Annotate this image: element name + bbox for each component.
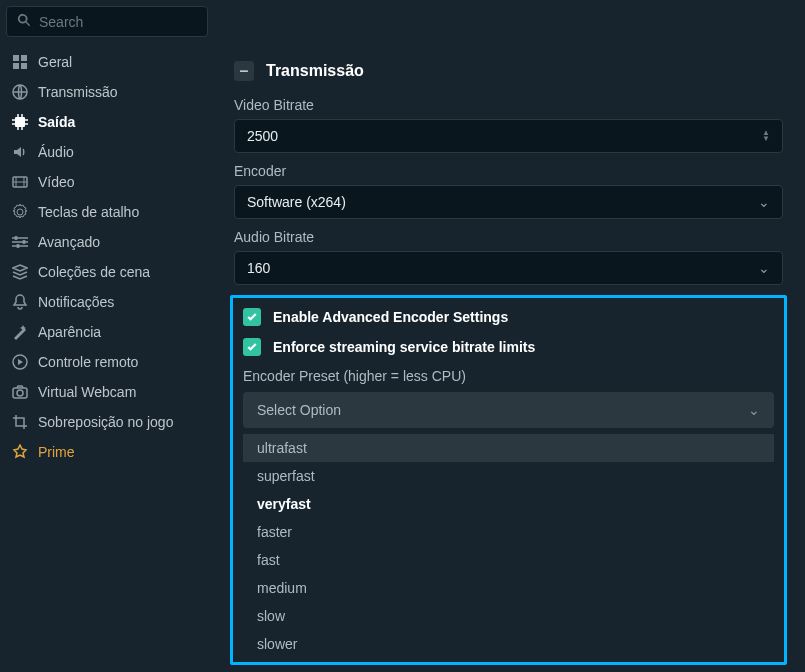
sidebar-item-label: Áudio — [38, 143, 74, 161]
chip-icon — [12, 114, 28, 130]
sidebar-item-audio[interactable]: Áudio — [0, 137, 224, 167]
svg-rect-2 — [13, 63, 19, 69]
sidebar-item-prime[interactable]: Prime — [0, 437, 224, 467]
sidebar-item-advanced[interactable]: Avançado — [0, 227, 224, 257]
star-icon — [12, 444, 28, 460]
spinner-arrows-icon[interactable]: ▲▼ — [762, 130, 770, 142]
svg-rect-0 — [13, 55, 19, 61]
svg-point-8 — [22, 240, 26, 244]
sidebar-item-label: Avançado — [38, 233, 100, 251]
crop-icon — [12, 414, 28, 430]
encoder-preset-options: ultrafast superfast veryfast faster fast… — [243, 434, 774, 658]
sidebar-item-virtual-webcam[interactable]: Virtual Webcam — [0, 377, 224, 407]
audio-bitrate-value: 160 — [247, 260, 270, 276]
option-superfast[interactable]: superfast — [243, 462, 774, 490]
sidebar-item-label: Geral — [38, 53, 72, 71]
sidebar-item-label: Virtual Webcam — [38, 383, 136, 401]
enforce-limits-label: Enforce streaming service bitrate limits — [273, 339, 535, 355]
video-bitrate-value: 2500 — [247, 128, 278, 144]
option-faster[interactable]: faster — [243, 518, 774, 546]
collapse-button[interactable]: – — [234, 61, 254, 81]
bell-icon — [12, 294, 28, 310]
sidebar-item-label: Prime — [38, 443, 75, 461]
chevron-down-icon: ⌄ — [758, 194, 770, 210]
volume-icon — [12, 144, 28, 160]
sidebar-item-label: Notificações — [38, 293, 114, 311]
sidebar-item-notifications[interactable]: Notificações — [0, 287, 224, 317]
encoder-preset-select[interactable]: Select Option ⌄ — [243, 392, 774, 428]
wand-icon — [12, 324, 28, 340]
sidebar-item-label: Saída — [38, 113, 75, 131]
option-medium[interactable]: medium — [243, 574, 774, 602]
advanced-settings-box: Enable Advanced Encoder Settings Enforce… — [230, 295, 787, 665]
enforce-limits-checkbox[interactable] — [243, 338, 261, 356]
audio-bitrate-select[interactable]: 160 ⌄ — [234, 251, 783, 285]
sidebar-item-appearance[interactable]: Aparência — [0, 317, 224, 347]
search-icon — [17, 13, 39, 30]
chevron-down-icon: ⌄ — [748, 402, 760, 418]
svg-point-7 — [14, 236, 18, 240]
sidebar-item-label: Controle remoto — [38, 353, 138, 371]
film-icon — [12, 174, 28, 190]
camera-icon — [12, 384, 28, 400]
sidebar-item-scene-collections[interactable]: Coleções de cena — [0, 257, 224, 287]
option-slower[interactable]: slower — [243, 630, 774, 658]
sidebar-item-general[interactable]: Geral — [0, 47, 224, 77]
sidebar-item-label: Transmissão — [38, 83, 118, 101]
layers-icon — [12, 264, 28, 280]
option-veryfast[interactable]: veryfast — [243, 490, 774, 518]
sidebar-item-overlay[interactable]: Sobreposição no jogo — [0, 407, 224, 437]
encoder-value: Software (x264) — [247, 194, 346, 210]
search-box[interactable] — [6, 6, 208, 37]
option-ultrafast[interactable]: ultrafast — [243, 434, 774, 462]
sidebar-item-remote[interactable]: Controle remoto — [0, 347, 224, 377]
sidebar-item-output[interactable]: Saída — [0, 107, 224, 137]
enable-advanced-checkbox[interactable] — [243, 308, 261, 326]
search-input[interactable] — [39, 14, 197, 30]
option-slow[interactable]: slow — [243, 602, 774, 630]
grid-icon — [12, 54, 28, 70]
sidebar-item-transmission[interactable]: Transmissão — [0, 77, 224, 107]
svg-rect-5 — [15, 117, 25, 127]
sidebar-item-hotkeys[interactable]: Teclas de atalho — [0, 197, 224, 227]
svg-point-9 — [16, 244, 20, 248]
section-title: Transmissão — [266, 62, 364, 80]
encoder-label: Encoder — [234, 163, 783, 179]
video-bitrate-input[interactable]: 2500 ▲▼ — [234, 119, 783, 153]
sliders-icon — [12, 234, 28, 250]
sidebar-item-label: Teclas de atalho — [38, 203, 139, 221]
sidebar-item-label: Vídeo — [38, 173, 75, 191]
encoder-preset-label: Encoder Preset (higher = less CPU) — [243, 368, 774, 384]
chevron-down-icon: ⌄ — [758, 260, 770, 276]
sidebar-item-video[interactable]: Vídeo — [0, 167, 224, 197]
sidebar-item-label: Aparência — [38, 323, 101, 341]
sidebar: Geral Transmissão Saída Áudio Vídeo Tecl… — [0, 43, 224, 672]
audio-bitrate-label: Audio Bitrate — [234, 229, 783, 245]
content-panel: – Transmissão Video Bitrate 2500 ▲▼ Enco… — [224, 43, 805, 672]
option-fast[interactable]: fast — [243, 546, 774, 574]
globe-icon — [12, 84, 28, 100]
gear-icon — [12, 204, 28, 220]
play-circle-icon — [12, 354, 28, 370]
video-bitrate-label: Video Bitrate — [234, 97, 783, 113]
encoder-preset-placeholder: Select Option — [257, 402, 341, 418]
svg-rect-1 — [21, 55, 27, 61]
sidebar-item-label: Coleções de cena — [38, 263, 150, 281]
svg-point-12 — [17, 390, 23, 396]
sidebar-item-label: Sobreposição no jogo — [38, 413, 173, 431]
encoder-select[interactable]: Software (x264) ⌄ — [234, 185, 783, 219]
svg-rect-3 — [21, 63, 27, 69]
enable-advanced-label: Enable Advanced Encoder Settings — [273, 309, 508, 325]
